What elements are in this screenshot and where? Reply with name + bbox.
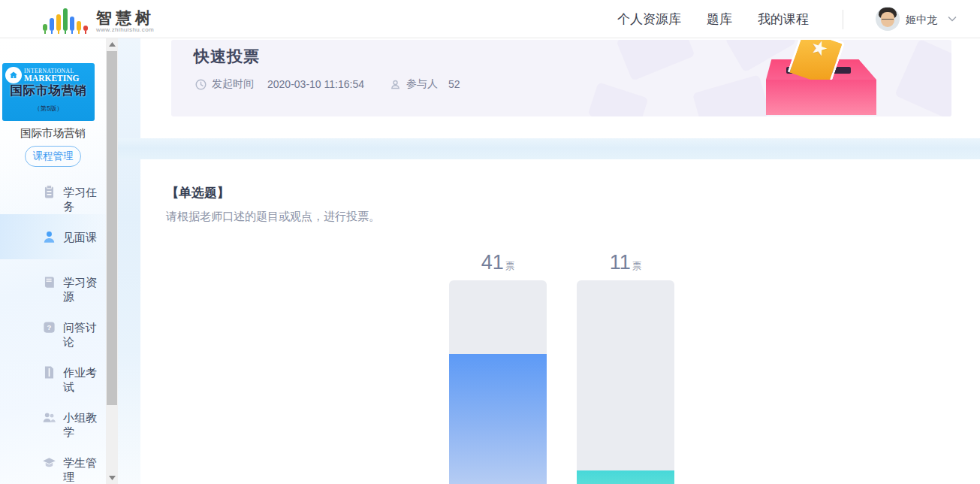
content-gutter	[118, 38, 140, 484]
vote-header-card: ★ 快速投票 发起时间 2020-03-10 11:16:54 参与人 52	[140, 38, 980, 138]
result-bar-fill-teal	[577, 470, 674, 484]
vote-count-unit: 票	[505, 260, 515, 273]
zhihuishu-logo[interactable]: 智慧树 www.zhihuishu.com	[43, 5, 155, 34]
sidebar-item-label: 学习资源	[63, 276, 106, 304]
sidebar-item-learning-tasks[interactable]: 学习任务	[0, 169, 106, 214]
page: 智慧树 www.zhihuishu.com 个人资源库 题库 我的课程 姬中龙 …	[0, 0, 980, 484]
question-type-tag: 【单选题】	[166, 184, 230, 201]
user-name[interactable]: 姬中龙	[906, 14, 937, 27]
sidebar-item-homework-exams[interactable]: 作业考试	[0, 349, 106, 395]
result-bar-option1	[449, 280, 547, 484]
sidebar-item-label: 问答讨论	[63, 321, 106, 349]
course-manage-button[interactable]: 课程管理	[25, 146, 81, 167]
ticket-decoration	[616, 40, 695, 81]
vote-count-value: 11	[610, 251, 631, 274]
course-cover-image: INTERNATIONAL MARKETING 国际市场营销 （第5版）	[2, 63, 95, 121]
sidebar-item-student-management[interactable]: 学生管理	[0, 440, 106, 484]
vote-count-label: 41 票	[449, 251, 547, 274]
result-bar-option2	[577, 280, 674, 484]
sidebar-item-label: 学生管理	[63, 456, 106, 484]
brand-name: 智慧树	[96, 10, 155, 26]
sidebar-item-learning-resources[interactable]: 学习资源	[0, 259, 106, 304]
course-sidebar: INTERNATIONAL MARKETING 国际市场营销 （第5版） 国际市…	[0, 38, 106, 484]
graduation-cap-icon	[42, 455, 56, 470]
brand-block: 智慧树 www.zhihuishu.com	[96, 10, 155, 34]
question-icon: ?	[42, 320, 56, 334]
cover-edition: （第5版）	[2, 104, 95, 113]
nav-personal-resources[interactable]: 个人资源库	[617, 11, 681, 28]
vote-meta: 发起时间 2020-03-10 11:16:54 参与人 52	[195, 77, 460, 91]
sidebar-scrollbar[interactable]	[106, 38, 118, 484]
clock-icon	[195, 79, 207, 90]
nav-question-bank[interactable]: 题库	[707, 11, 732, 28]
sidebar-item-label: 小组教学	[63, 411, 106, 440]
result-bar-fill-blue	[449, 354, 547, 484]
nav-divider	[843, 10, 843, 29]
card-gap-strip	[118, 138, 980, 159]
sidebar-item-label: 作业考试	[63, 366, 106, 395]
sidebar-item-label: 学习任务	[63, 186, 106, 214]
cover-line2: MARKETING	[24, 74, 79, 83]
time-label: 发起时间	[212, 77, 254, 91]
ballot-box-front	[766, 80, 876, 115]
book-icon	[42, 275, 56, 289]
star-icon: ★	[807, 40, 831, 62]
user-avatar[interactable]	[876, 7, 900, 31]
vote-banner: ★ 快速投票 发起时间 2020-03-10 11:16:54 参与人 52	[171, 40, 951, 116]
participants-label: 参与人	[406, 77, 438, 91]
avatar-glasses	[882, 19, 894, 22]
ticket-decoration	[894, 40, 951, 116]
participants-icon	[390, 79, 401, 90]
svg-text:?: ?	[47, 323, 52, 331]
vote-count-value: 41	[481, 251, 504, 274]
top-header: 智慧树 www.zhihuishu.com 个人资源库 题库 我的课程 姬中龙	[0, 0, 980, 38]
top-nav: 个人资源库 题库 我的课程	[617, 0, 809, 38]
exam-document-icon	[42, 365, 56, 380]
course-name: 国际市场营销	[0, 126, 106, 141]
question-description: 请根据老师口述的题目或观点，进行投票。	[166, 210, 380, 224]
brand-url: www.zhihuishu.com	[96, 26, 155, 33]
ticket-decoration	[588, 82, 649, 116]
scrollbar-up-button[interactable]	[106, 38, 118, 50]
vote-count-unit: 票	[632, 260, 642, 273]
person-icon	[42, 230, 56, 244]
sidebar-item-label: 见面课	[63, 231, 97, 245]
ticket-decoration	[692, 74, 770, 116]
participants-value: 52	[448, 78, 460, 90]
scrollbar-thumb[interactable]	[107, 51, 117, 405]
nav-my-courses[interactable]: 我的课程	[758, 11, 809, 28]
clipboard-icon	[42, 185, 56, 199]
group-icon	[42, 410, 56, 425]
time-value: 2020-03-10 11:16:54	[267, 78, 364, 90]
sidebar-item-meetup-class[interactable]: 见面课	[0, 214, 106, 259]
logo-tree-bars-icon	[43, 8, 90, 34]
chevron-down-icon[interactable]	[948, 16, 957, 22]
sidebar-item-qa-discussion[interactable]: ? 问答讨论	[0, 304, 106, 349]
home-icon	[5, 67, 22, 83]
scrollbar-down-button[interactable]	[106, 472, 118, 484]
vote-count-label: 11 票	[577, 251, 674, 274]
cover-course-title: 国际市场营销	[2, 83, 95, 99]
sidebar-item-group-teaching[interactable]: 小组教学	[0, 395, 106, 440]
page-title: 快速投票	[194, 46, 260, 67]
vote-result-card: 【单选题】 请根据老师口述的题目或观点，进行投票。 41 票 11 票	[140, 159, 980, 484]
